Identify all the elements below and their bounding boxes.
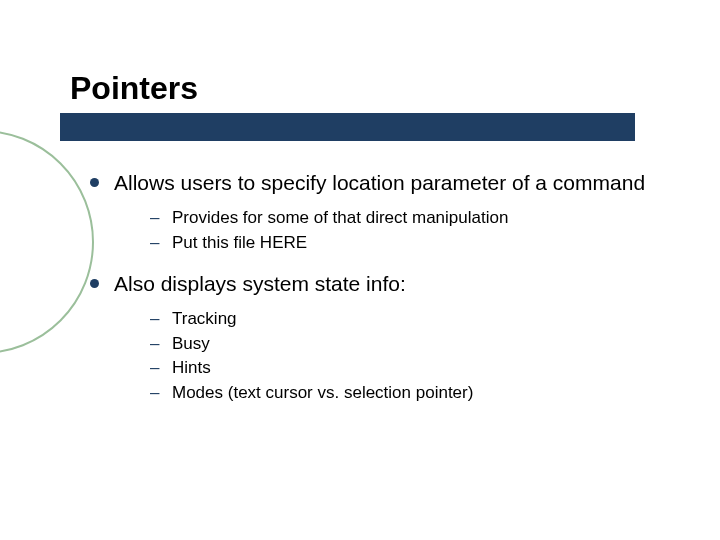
slide-title: Pointers xyxy=(70,70,680,107)
bullet-item: Allows users to specify location paramet… xyxy=(90,169,680,256)
bullet-text: Also displays system state info: xyxy=(114,272,406,295)
sub-bullet-item: Hints xyxy=(150,356,680,381)
sub-bullet-item: Modes (text cursor vs. selection pointer… xyxy=(150,381,680,406)
sub-bullet-list: Tracking Busy Hints Modes (text cursor v… xyxy=(150,307,680,406)
sub-bullet-list: Provides for some of that direct manipul… xyxy=(150,206,680,255)
title-underline-bar xyxy=(60,113,635,141)
sub-bullet-item: Put this file HERE xyxy=(150,231,680,256)
sub-bullet-item: Busy xyxy=(150,332,680,357)
bullet-text: Allows users to specify location paramet… xyxy=(114,171,645,194)
bullet-list: Allows users to specify location paramet… xyxy=(90,169,680,405)
slide-content: Pointers Allows users to specify locatio… xyxy=(0,0,720,405)
sub-bullet-item: Tracking xyxy=(150,307,680,332)
sub-bullet-item: Provides for some of that direct manipul… xyxy=(150,206,680,231)
bullet-item: Also displays system state info: Trackin… xyxy=(90,270,680,406)
